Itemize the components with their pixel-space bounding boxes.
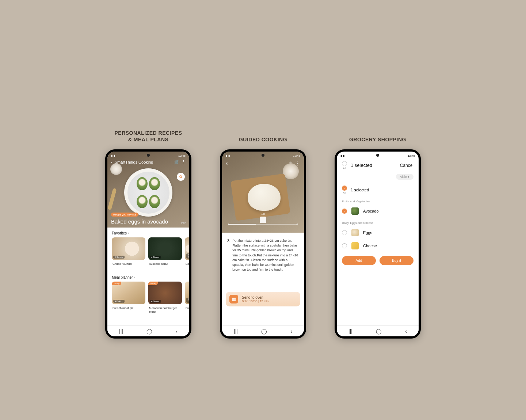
- oven-icon: ▦: [229, 295, 238, 303]
- nav-back-icon[interactable]: ‹: [405, 328, 407, 334]
- item-checkbox[interactable]: [342, 230, 347, 235]
- phone-recipes: ▮▮ 12:45 ‹ SmartThings Cooking 🛒 ⋮: [105, 149, 191, 339]
- clock: 12:45: [293, 154, 300, 157]
- card-label: Bac: [185, 260, 189, 268]
- list-item[interactable]: Eggs: [337, 226, 419, 239]
- android-nav: ||| ◯ ‹: [337, 325, 419, 336]
- app-title: SmartThings Cooking: [115, 160, 153, 164]
- svg-point-0: [179, 176, 182, 178]
- mealplanner-header[interactable]: Meal planner: [107, 272, 189, 282]
- section-all-label: All: [343, 191, 346, 194]
- timeline-start: 1: [228, 223, 229, 226]
- more-icon[interactable]: ⋮: [182, 160, 186, 164]
- signal-icon: ▮: [111, 154, 113, 157]
- android-nav: ||| ◯ ‹: [107, 325, 189, 336]
- category-fruits-veg: Fruits and Vegetables: [337, 196, 419, 205]
- timeline-end: 6: [297, 223, 298, 226]
- recipe-card[interactable]: # B Bac: [185, 237, 189, 268]
- recipe-card[interactable]: # Dinner Avocado salad: [148, 237, 182, 268]
- category-dairy: Dairy, Eggs and Cheese: [337, 218, 419, 226]
- page-dots: [222, 235, 304, 236]
- aisle-dropdown[interactable]: Aisle ▾: [396, 174, 413, 180]
- meals-scroller[interactable]: Today# Baking French meat pie Today# Din…: [107, 282, 189, 319]
- hero-plate: [124, 168, 172, 217]
- favorites-scroller[interactable]: # Simple Grilled flounder # Dinner Avoca…: [107, 237, 189, 272]
- today-badge: Today: [148, 282, 158, 285]
- item-name: Eggs: [363, 230, 372, 235]
- step-timeline[interactable]: 1 h 16: [228, 219, 298, 226]
- oven-action-title: Send to oven: [242, 295, 268, 299]
- step-number: 3: [227, 238, 229, 272]
- card-label: French meat pie: [112, 304, 145, 312]
- cheese-icon: [351, 242, 359, 249]
- cart-icon[interactable]: 🛒: [174, 160, 179, 164]
- recipe-badge: Recipe you may like: [111, 213, 138, 217]
- search-button[interactable]: [177, 173, 185, 181]
- back-icon[interactable]: ‹: [111, 160, 113, 164]
- hero-spoon: [107, 188, 117, 210]
- column-title-shopping: GROCERY SHOPPING: [349, 136, 406, 143]
- card-label: Avocado salad: [148, 260, 182, 268]
- list-item[interactable]: ✓ Avocado: [337, 205, 419, 218]
- android-nav: ||| ◯ ‹: [222, 325, 304, 336]
- card-label: Fren: [185, 304, 189, 312]
- cancel-button[interactable]: Cancel: [400, 163, 413, 168]
- eggs-icon: [351, 229, 359, 236]
- step-duration: 1 h: [261, 213, 265, 215]
- clock: 12:45: [178, 154, 186, 157]
- recipe-card[interactable]: # Simple Grilled flounder: [112, 237, 145, 268]
- dough: [248, 184, 281, 211]
- nav-recents-icon[interactable]: |||: [234, 328, 238, 334]
- step-instructions: Put the mixture into a 24~26 cm cake tin…: [232, 238, 299, 272]
- today-badge: Today: [112, 282, 121, 285]
- clock: 12:45: [408, 154, 415, 157]
- recipe-card[interactable]: # B Fren: [185, 282, 189, 316]
- section-select-checkbox[interactable]: ✓: [342, 186, 347, 191]
- cooking-hero: ‹ ☆ ⋮ 1 h 16: [222, 152, 304, 233]
- signal-icon: ▮: [226, 154, 227, 157]
- phone-shopping: ▮▮ 12:45 All 1 selected Cancel Aisle ▾ ✓: [335, 149, 421, 339]
- nav-home-icon[interactable]: ◯: [376, 328, 382, 334]
- cooking-step: 3 Put the mixture into a 24~26 cm cake t…: [222, 233, 304, 275]
- card-tag: # Baking: [113, 300, 125, 303]
- list-item[interactable]: Cheese: [337, 239, 419, 252]
- nav-back-icon[interactable]: ‹: [176, 328, 178, 334]
- card-label: Grilled flounder: [112, 260, 145, 268]
- nav-home-icon[interactable]: ◯: [146, 328, 152, 334]
- oven-action-subtitle: Bake 190°C | 15 min: [242, 299, 268, 303]
- buy-button[interactable]: Buy it: [380, 256, 413, 265]
- recipe-title: Baked eggs in avocado: [111, 218, 186, 225]
- item-name: Avocado: [363, 209, 379, 213]
- column-title-cooking: GUIDED COOKING: [239, 136, 287, 143]
- item-name: Cheese: [363, 244, 377, 248]
- add-button[interactable]: Add: [342, 256, 376, 265]
- send-to-oven-button[interactable]: ▦ Send to oven Bake 190°C | 15 min: [226, 292, 300, 306]
- status-bar: ▮▮ 12:45: [222, 152, 304, 159]
- svg-line-1: [181, 177, 182, 178]
- battery-icon: ▮: [228, 154, 230, 157]
- avocado-icon: [351, 207, 359, 215]
- item-checkbox-checked[interactable]: ✓: [342, 209, 347, 214]
- recipe-card[interactable]: Today# Dinner Moroccan hamburger steak: [148, 282, 182, 316]
- select-all-radio[interactable]: [342, 161, 347, 166]
- status-bar: ▮▮ 12:45: [337, 152, 419, 159]
- select-all-label: All: [343, 167, 346, 169]
- nav-back-icon[interactable]: ‹: [290, 328, 292, 334]
- back-icon[interactable]: ‹: [226, 160, 228, 167]
- hero-garnish-bowl: [110, 163, 122, 175]
- recipe-hero[interactable]: ‹ SmartThings Cooking 🛒 ⋮: [107, 152, 189, 228]
- column-title-recipes: PERSONALIZED RECIPES & MEAL PLANS: [114, 130, 182, 143]
- selection-count: 1 selected: [351, 163, 396, 168]
- battery-icon: ▮: [114, 154, 115, 157]
- recipe-card[interactable]: Today# Baking French meat pie: [112, 282, 145, 316]
- signal-icon: ▮: [340, 154, 342, 157]
- favorites-header[interactable]: Favorites: [107, 228, 189, 237]
- card-tag: # B: [186, 298, 189, 303]
- nav-recents-icon[interactable]: |||: [348, 328, 352, 334]
- nav-home-icon[interactable]: ◯: [261, 328, 267, 334]
- card-label: Moroccan hamburger steak: [148, 304, 182, 316]
- item-checkbox[interactable]: [342, 243, 347, 248]
- search-icon: [179, 175, 183, 179]
- phone-cooking: ▮▮ 12:45 ‹ ☆ ⋮ 1 h: [220, 149, 306, 339]
- nav-recents-icon[interactable]: |||: [119, 328, 123, 334]
